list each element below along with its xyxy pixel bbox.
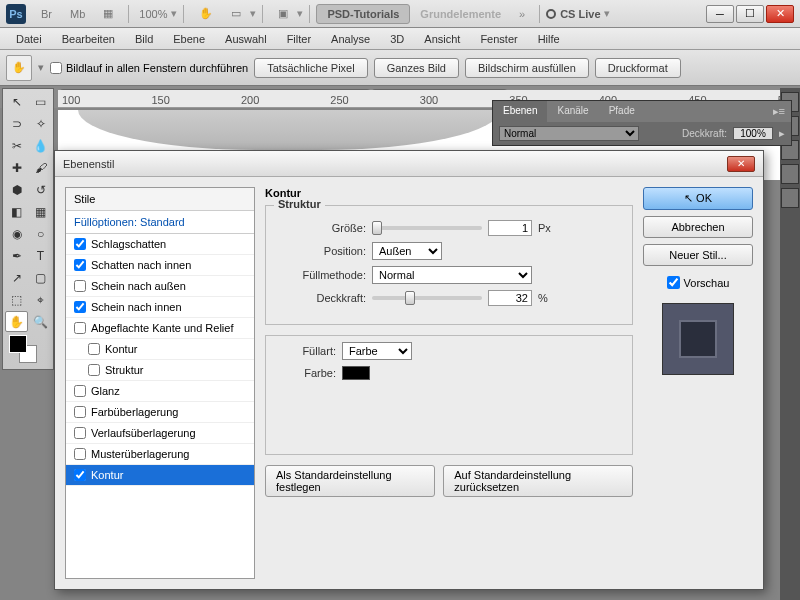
- set-default-button[interactable]: Als Standardeinstellung festlegen: [265, 465, 435, 497]
- slider-thumb[interactable]: [405, 291, 415, 305]
- wand-tool-icon[interactable]: ✧: [29, 113, 52, 134]
- menu-auswahl[interactable]: Auswahl: [215, 30, 277, 48]
- scroll-all-input[interactable]: [50, 62, 62, 74]
- zoom-tool-icon[interactable]: 🔍: [29, 311, 52, 332]
- position-select[interactable]: Außen: [372, 242, 442, 260]
- panel-icon[interactable]: [781, 188, 799, 208]
- menu-filter[interactable]: Filter: [277, 30, 321, 48]
- style-row[interactable]: Verlaufsüberlagerung: [66, 423, 254, 444]
- fill-screen-button[interactable]: Bildschirm ausfüllen: [465, 58, 589, 78]
- style-checkbox[interactable]: [74, 448, 86, 460]
- fit-screen-button[interactable]: Ganzes Bild: [374, 58, 459, 78]
- size-slider[interactable]: [372, 226, 482, 230]
- actual-pixels-button[interactable]: Tatsächliche Pixel: [254, 58, 367, 78]
- styles-header[interactable]: Stile: [66, 188, 254, 211]
- menu-bearbeiten[interactable]: Bearbeiten: [52, 30, 125, 48]
- scroll-all-checkbox[interactable]: Bildlauf in allen Fenstern durchführen: [50, 62, 248, 74]
- style-checkbox[interactable]: [88, 343, 100, 355]
- screen-mode-icon[interactable]: ▦: [96, 4, 120, 23]
- workspace-button[interactable]: PSD-Tutorials: [316, 4, 410, 24]
- style-checkbox[interactable]: [74, 301, 86, 313]
- style-checkbox[interactable]: [74, 322, 86, 334]
- menu-fenster[interactable]: Fenster: [470, 30, 527, 48]
- style-row[interactable]: Schatten nach innen: [66, 255, 254, 276]
- style-row[interactable]: Schein nach außen: [66, 276, 254, 297]
- stamp-tool-icon[interactable]: ⬢: [5, 179, 28, 200]
- cslive-button[interactable]: CS Live: [560, 8, 600, 20]
- style-row[interactable]: Glanz: [66, 381, 254, 402]
- style-checkbox[interactable]: [74, 469, 86, 481]
- menu-ansicht[interactable]: Ansicht: [414, 30, 470, 48]
- fill-options[interactable]: Füllöptionen: Standard: [66, 211, 254, 234]
- history-brush-icon[interactable]: ↺: [29, 179, 52, 200]
- opacity-slider[interactable]: [372, 296, 482, 300]
- style-checkbox[interactable]: [74, 280, 86, 292]
- hand-tool-icon[interactable]: ✋: [6, 55, 32, 81]
- menu-ebene[interactable]: Ebene: [163, 30, 215, 48]
- menu-hilfe[interactable]: Hilfe: [528, 30, 570, 48]
- style-checkbox[interactable]: [88, 364, 100, 376]
- color-swatches[interactable]: [5, 333, 52, 367]
- zoom-level[interactable]: 100%: [135, 8, 171, 20]
- style-row[interactable]: Kontur: [66, 465, 254, 486]
- panel-icon[interactable]: [781, 164, 799, 184]
- tab-pfade[interactable]: Pfade: [599, 101, 645, 122]
- style-checkbox[interactable]: [74, 259, 86, 271]
- screenmode-icon[interactable]: ▣: [271, 4, 295, 23]
- reset-default-button[interactable]: Auf Standardeinstellung zurücksetzen: [443, 465, 633, 497]
- style-checkbox[interactable]: [74, 406, 86, 418]
- bridge-button[interactable]: Br: [34, 5, 59, 23]
- preview-checkbox[interactable]: Vorschau: [643, 276, 753, 289]
- style-row[interactable]: Schein nach innen: [66, 297, 254, 318]
- dialog-close-button[interactable]: ✕: [727, 156, 755, 172]
- hand-tool-icon[interactable]: ✋: [5, 311, 28, 332]
- print-size-button[interactable]: Druckformat: [595, 58, 681, 78]
- move-tool-icon[interactable]: ↖: [5, 91, 28, 112]
- blend-mode-select[interactable]: Normal: [499, 126, 639, 141]
- 3d-tool-icon[interactable]: ⬚: [5, 289, 28, 310]
- menu-analyse[interactable]: Analyse: [321, 30, 380, 48]
- foreground-color-swatch[interactable]: [9, 335, 27, 353]
- workspace-secondary[interactable]: Grundelemente: [410, 5, 511, 23]
- camera-tool-icon[interactable]: ⌖: [29, 289, 52, 310]
- slider-thumb[interactable]: [372, 221, 382, 235]
- chevron-down-icon[interactable]: ▾: [250, 7, 256, 20]
- style-row[interactable]: Kontur: [66, 339, 254, 360]
- size-input[interactable]: 1: [488, 220, 532, 236]
- cancel-button[interactable]: Abbrechen: [643, 216, 753, 238]
- menu-bild[interactable]: Bild: [125, 30, 163, 48]
- crop-tool-icon[interactable]: ✂: [5, 135, 28, 156]
- chevron-down-icon[interactable]: ▾: [38, 61, 44, 74]
- chevron-down-icon[interactable]: ▾: [297, 7, 303, 20]
- minibridge-button[interactable]: Mb: [63, 5, 92, 23]
- panel-menu-icon[interactable]: ▸≡: [767, 101, 791, 122]
- chevron-down-icon[interactable]: ▾: [604, 7, 610, 20]
- ok-button[interactable]: ↖ OK: [643, 187, 753, 210]
- shape-tool-icon[interactable]: ▢: [29, 267, 52, 288]
- style-checkbox[interactable]: [74, 427, 86, 439]
- tab-kanaele[interactable]: Kanäle: [547, 101, 598, 122]
- eraser-tool-icon[interactable]: ◧: [5, 201, 28, 222]
- style-checkbox[interactable]: [74, 385, 86, 397]
- menu-datei[interactable]: Datei: [6, 30, 52, 48]
- marquee-tool-icon[interactable]: ▭: [29, 91, 52, 112]
- color-swatch[interactable]: [342, 366, 370, 380]
- tab-ebenen[interactable]: Ebenen: [493, 101, 547, 122]
- style-row[interactable]: Schlagschatten: [66, 234, 254, 255]
- lasso-tool-icon[interactable]: ⊃: [5, 113, 28, 134]
- maximize-button[interactable]: ☐: [736, 5, 764, 23]
- opacity-value[interactable]: 100%: [733, 127, 773, 140]
- heal-tool-icon[interactable]: ✚: [5, 157, 28, 178]
- style-row[interactable]: Struktur: [66, 360, 254, 381]
- eyedropper-tool-icon[interactable]: 💧: [29, 135, 52, 156]
- preview-input[interactable]: [667, 276, 680, 289]
- chevron-right-icon[interactable]: »: [519, 8, 525, 20]
- path-tool-icon[interactable]: ↗: [5, 267, 28, 288]
- view-icon[interactable]: ▭: [224, 4, 248, 23]
- close-button[interactable]: ✕: [766, 5, 794, 23]
- new-style-button[interactable]: Neuer Stil...: [643, 244, 753, 266]
- chevron-down-icon[interactable]: ▾: [171, 7, 177, 20]
- chevron-right-icon[interactable]: ▸: [779, 127, 785, 140]
- gradient-tool-icon[interactable]: ▦: [29, 201, 52, 222]
- fillmethod-select[interactable]: Normal: [372, 266, 532, 284]
